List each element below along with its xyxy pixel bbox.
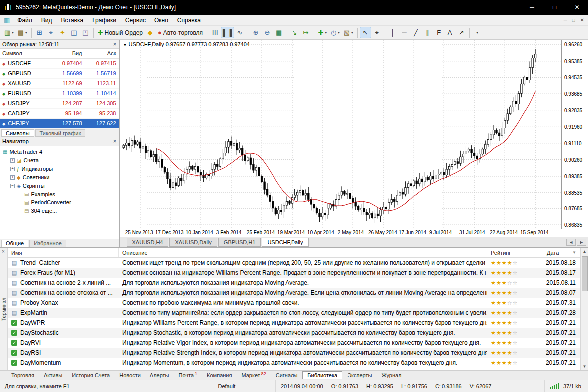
column-bid[interactable]: Бид [51,49,85,58]
menu-help[interactable]: Справка [173,16,205,25]
market-watch-row-cadjpy[interactable]: ◆CADJPY95.19495.238 [0,108,119,118]
close-button[interactable]: ✕ [566,0,588,15]
maximize-button[interactable]: □ [543,0,566,15]
terminal-tab-account-history[interactable]: История Счета [67,372,114,379]
library-row[interactable]: ▤ExpMartinСоветник по типу мартингейла: … [8,308,580,318]
column-rating[interactable]: Рейтинг [487,248,543,257]
terminal-tab-signals[interactable]: Сигналы [271,372,302,379]
library-row[interactable]: ✓DayRVIИндикатор Relative Vigor Index, в… [8,338,580,348]
library-row[interactable]: ✓DayWPRИндикатор Williams Percent Range,… [8,318,580,328]
navigator-close-icon[interactable]: × [113,138,116,144]
cursor-button[interactable]: ↖ [360,27,371,38]
library-row[interactable]: ✓DayMomentumИндикатор Momentum, в которо… [8,358,580,368]
auto-scroll-button[interactable]: ↘ [289,27,300,38]
market-watch-row-eurusd[interactable]: ◆EURUSD1.103991.10414 [0,88,119,98]
expand-icon[interactable]: + [10,167,15,171]
scrollbar-thumb[interactable] [582,256,588,291]
terminal-close-icon[interactable]: × [2,249,5,254]
child-close-button[interactable]: ✕ [580,17,584,23]
terminal-tab-news[interactable]: Новости [115,372,145,379]
arrows-tool-button[interactable]: ↗ [456,27,467,38]
date-axis[interactable]: 25 Nov 201317 Dec 201310 Jan 20143 Feb 2… [120,229,588,237]
column-date[interactable]: Дата ▼ [543,248,580,257]
column-name[interactable]: Имя [8,248,119,257]
metaeditor-button[interactable]: ◆ [145,27,156,38]
terminal-tab-company[interactable]: Компания [202,372,236,379]
tab-common[interactable]: Общие [1,240,28,247]
periods-button[interactable]: ◷▾ [329,27,342,38]
channel-button[interactable]: ∥ [422,27,433,38]
column-symbol[interactable]: Символ [0,49,51,58]
scroll-down-icon[interactable]: ▼ [583,363,587,370]
library-row[interactable]: ✓DayRSIИндикатор Relative Strength Index… [8,348,580,358]
tab-tick-chart[interactable]: Тиковый график [35,129,86,137]
vertical-line-button[interactable]: │ [387,27,399,38]
chart-tab-xauusd-daily[interactable]: XAUUSD,Daily [169,238,217,247]
tab-prev-icon[interactable]: ◄ [566,239,576,246]
library-scrollbar[interactable]: ▲ ▼ [580,248,588,370]
terminal-tab-assets[interactable]: Активы [39,372,67,379]
terminal-tab-alerts[interactable]: Алерты [146,372,174,379]
navigator-toggle-button[interactable]: ✦ [57,27,68,38]
price-axis[interactable]: 0.962600.953850.945350.936850.928350.919… [561,40,588,229]
library-row[interactable]: ▤Proboy XonaxСоветник по пробою максимум… [8,298,580,308]
fibonacci-button[interactable]: F [433,27,444,38]
menu-charts[interactable]: Графики [88,16,121,25]
autotrading-button[interactable]: ●Авто-торговля [156,27,205,38]
tree-item-indicators[interactable]: +ƒИндикаторы [0,165,119,173]
price-chart[interactable] [120,40,562,229]
tab-symbols[interactable]: Символы [1,129,34,137]
minimize-button[interactable]: ─ [521,0,543,15]
library-row[interactable]: ▤Trend_CatcherСоветник ищет тренд по тре… [8,258,580,268]
terminal-tab-library[interactable]: Библиотека [302,371,342,379]
zoom-out-button[interactable]: ⊖ [262,27,273,38]
terminal-tab-market[interactable]: Маркет82 [237,372,270,379]
line-chart-mode-button[interactable]: ∿ [234,27,246,38]
templates-button[interactable]: ▧▾ [342,27,355,38]
terminal-toggle-button[interactable]: ◫ [68,27,80,38]
column-ask[interactable]: Аск [85,49,119,58]
market-watch-row-usdjpy[interactable]: ◆USDJPY124.287124.305 [0,98,119,108]
crosshair-button[interactable]: ⌖ [371,27,383,38]
bar-chart-mode-button[interactable]: ☰ [209,27,221,38]
menu-file[interactable]: Файл [13,16,37,25]
zoom-in-button[interactable]: ⊕ [250,27,262,38]
menu-view[interactable]: Вид [37,16,57,25]
new-chart-button[interactable]: ▥▾ [2,27,16,38]
terminal-tab-mail[interactable]: Почта1 [174,372,202,379]
data-window-toggle-button[interactable]: ⌖ [45,27,57,38]
child-restore-button[interactable]: □ [572,17,575,23]
horizontal-line-button[interactable]: ─ [399,27,410,38]
child-minimize-button[interactable]: ─ [563,17,567,23]
chart-shift-button[interactable]: ↦ [300,27,312,38]
strategy-tester-toggle-button[interactable]: ◰ [80,27,91,38]
market-watch-toggle-button[interactable]: ⊞ [34,27,45,38]
market-watch-row-xauusd[interactable]: ◆XAUUSD1122.691123.11 [0,78,119,88]
column-description[interactable]: Описание [119,248,487,257]
tree-item-period-converter[interactable]: ▤PeriodConverter [0,198,119,207]
terminal-tab-experts[interactable]: Эксперты [343,372,376,379]
candlestick-mode-button[interactable]: ▌▐ [221,27,234,38]
menu-insert[interactable]: Вставка [57,16,88,25]
library-row[interactable]: ▤Forex Fraus (for M1)Советник основан на… [8,268,580,278]
new-order-button[interactable]: ✚Новый Ордер [96,27,145,38]
more-tools-button[interactable]: ▾ [472,27,483,38]
expand-icon[interactable]: + [10,158,15,163]
market-watch-row-gbpusd[interactable]: ◆GBPUSD1.566991.56719 [0,68,119,78]
tile-windows-button[interactable]: ▦ [273,27,285,38]
indicators-button[interactable]: ✚▾ [316,27,329,38]
status-profile[interactable]: Default [178,380,276,392]
trendline-button[interactable]: ╱ [410,27,422,38]
menu-service[interactable]: Сервис [121,16,150,25]
scroll-up-icon[interactable]: ▲ [583,248,587,255]
tree-item-metatrader4[interactable]: ▦MetaTrader 4 [0,148,119,156]
tree-item-accounts[interactable]: +◪Счета [0,156,119,165]
terminal-tab-trade[interactable]: Торговля [7,372,39,379]
chart-tab-xauusd-h4[interactable]: XAUUSD,H4 [127,238,169,247]
text-label-button[interactable]: A [444,27,456,38]
chart-tab-usdchf-daily[interactable]: USDCHF,Daily [262,238,308,247]
expand-icon[interactable]: + [10,175,15,180]
terminal-tab-journal[interactable]: Журнал [377,372,406,379]
collapse-icon[interactable]: − [10,184,15,188]
tab-next-icon[interactable]: ► [577,239,586,246]
